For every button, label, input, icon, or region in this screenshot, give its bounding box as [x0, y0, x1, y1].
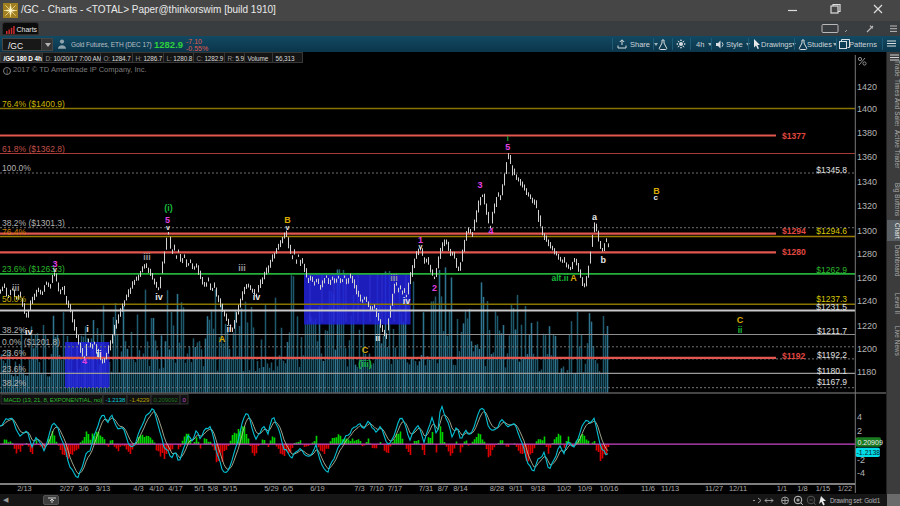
svg-text:v: v [53, 266, 57, 273]
svg-text:$1192.2: $1192.2 [817, 350, 847, 360]
svg-text:23.6%: 23.6% [2, 364, 27, 374]
svg-text:4/10: 4/10 [149, 484, 164, 493]
svg-text:50.0%: 50.0% [2, 294, 27, 304]
svg-text:5/15: 5/15 [223, 484, 238, 493]
svg-text:$1377: $1377 [782, 131, 806, 141]
svg-text:(i): (i) [164, 203, 173, 213]
svg-text:-1.4229: -1.4229 [130, 396, 150, 403]
svg-text:7/31: 7/31 [419, 484, 434, 493]
svg-text:9/11: 9/11 [509, 484, 523, 493]
svg-text:1280: 1280 [857, 249, 877, 259]
svg-text:5/29: 5/29 [264, 484, 279, 493]
svg-text:61.8% ($1362.8): 61.8% ($1362.8) [2, 144, 65, 154]
svg-text:3/6: 3/6 [78, 484, 88, 493]
svg-text:$1231.5: $1231.5 [816, 302, 847, 312]
svg-text:2: 2 [432, 283, 437, 293]
svg-text:11/6: 11/6 [641, 484, 655, 493]
svg-text:5/1: 5/1 [194, 484, 204, 493]
svg-text:7/17: 7/17 [388, 484, 403, 493]
svg-text:ii: ii [375, 333, 380, 343]
svg-text:9/18: 9/18 [531, 484, 546, 493]
svg-text:C: C [737, 315, 744, 325]
svg-text:a: a [592, 212, 598, 222]
svg-text:v: v [166, 224, 170, 231]
svg-text:10/16: 10/16 [600, 484, 619, 493]
svg-text:$1262.9: $1262.9 [816, 265, 847, 275]
svg-text:A: A [219, 334, 226, 344]
svg-text:8/14: 8/14 [453, 484, 468, 493]
svg-text:1420: 1420 [857, 82, 877, 92]
svg-text:11/13: 11/13 [661, 484, 679, 493]
svg-text:-4: -4 [857, 468, 865, 478]
svg-text:ii: ii [96, 349, 101, 359]
svg-text:1380: 1380 [857, 128, 877, 138]
svg-text:2: 2 [857, 426, 862, 436]
svg-text:$1345.8: $1345.8 [816, 165, 847, 175]
svg-text:76.4% ($1400.9): 76.4% ($1400.9) [2, 99, 65, 109]
svg-text:6/5: 6/5 [283, 484, 293, 493]
svg-text:iii: iii [238, 263, 246, 273]
svg-text:76.4%: 76.4% [2, 227, 27, 237]
svg-text:-1.2138: -1.2138 [857, 449, 881, 456]
svg-text:1360: 1360 [857, 152, 877, 162]
svg-text:alt.ii: alt.ii [551, 273, 568, 283]
svg-text:12/11: 12/11 [729, 484, 747, 493]
svg-text:1340: 1340 [857, 177, 877, 187]
svg-text:i: i [86, 324, 89, 334]
svg-text:1/8: 1/8 [797, 484, 807, 493]
svg-text:i: i [507, 135, 509, 142]
svg-text:$1280: $1280 [782, 247, 806, 257]
svg-text:5/8: 5/8 [208, 484, 218, 493]
svg-text:$1294: $1294 [782, 226, 806, 236]
svg-text:v: v [418, 243, 422, 250]
svg-text:8/7: 8/7 [438, 484, 448, 493]
svg-text:1300: 1300 [857, 226, 877, 236]
svg-text:$1192: $1192 [782, 351, 805, 361]
svg-text:1320: 1320 [857, 201, 877, 211]
svg-text:iii: iii [143, 252, 151, 262]
svg-text:2/13: 2/13 [17, 484, 32, 493]
svg-text:$1294.6: $1294.6 [816, 226, 847, 236]
svg-text:1/15: 1/15 [816, 484, 831, 493]
svg-text:7/3: 7/3 [354, 484, 364, 493]
svg-text:v: v [286, 224, 290, 231]
svg-text:iii: iii [12, 283, 20, 293]
svg-text:4/17: 4/17 [168, 484, 183, 493]
svg-text:0.20909: 0.20909 [858, 439, 883, 446]
svg-text:10/9: 10/9 [578, 484, 593, 493]
svg-text:8/28: 8/28 [490, 484, 505, 493]
svg-text:c: c [654, 193, 659, 202]
svg-text:23.6%: 23.6% [2, 348, 27, 358]
svg-text:iv: iv [253, 292, 261, 302]
svg-text:3: 3 [477, 180, 482, 190]
svg-text:7/10: 7/10 [369, 484, 384, 493]
svg-text:6/19: 6/19 [310, 484, 325, 493]
svg-text:(iii): (iii) [358, 359, 372, 369]
svg-text:4: 4 [857, 412, 862, 422]
svg-text:A: A [570, 273, 577, 283]
svg-text:iii: iii [390, 273, 398, 283]
svg-text:10/2: 10/2 [557, 484, 572, 493]
svg-text:1/22: 1/22 [838, 484, 853, 493]
svg-text:38.2%: 38.2% [2, 325, 27, 335]
svg-text:1180: 1180 [857, 367, 876, 377]
svg-text:1260: 1260 [857, 273, 877, 283]
svg-text:4: 4 [82, 356, 87, 366]
svg-text:0.0% ($1201.8): 0.0% ($1201.8) [2, 337, 60, 347]
svg-text:MACD (13, 21, 8, EXPONENTIAL,: MACD (13, 21, 8, EXPONENTIAL, no) [4, 396, 103, 403]
svg-text:1220: 1220 [857, 321, 877, 331]
svg-text:iv: iv [155, 292, 163, 302]
svg-text:iv: iv [25, 327, 33, 337]
svg-text:4: 4 [488, 226, 493, 236]
svg-text:1240: 1240 [857, 296, 877, 306]
svg-text:2/27: 2/27 [60, 484, 75, 493]
svg-text:b: b [600, 255, 606, 265]
svg-text:iv: iv [403, 296, 411, 306]
svg-text:1400: 1400 [857, 104, 877, 114]
svg-text:ii: ii [738, 325, 743, 335]
svg-text:11/27: 11/27 [705, 484, 723, 493]
svg-text:3/13: 3/13 [96, 484, 111, 493]
svg-text:38.2%: 38.2% [2, 378, 27, 388]
svg-text:$1167.9: $1167.9 [817, 377, 847, 387]
svg-text:1/1: 1/1 [777, 484, 787, 493]
